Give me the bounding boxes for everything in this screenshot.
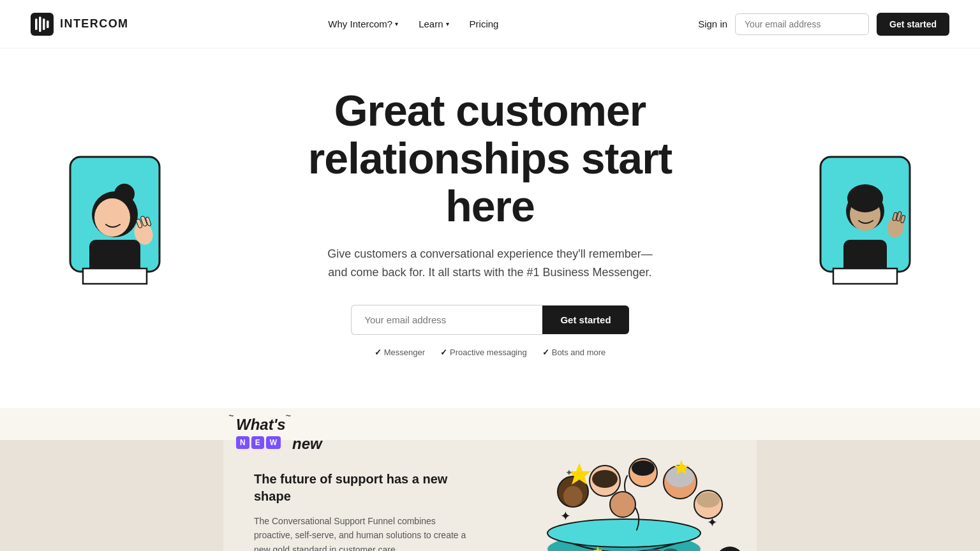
whats-new-title: The future of support has a new shape [254, 471, 471, 505]
hero-feature-messenger: ✓ Messenger [375, 348, 425, 357]
logo-text: INTERCOM [60, 17, 129, 31]
new-badge-n: N [236, 436, 249, 449]
nav-get-started-button[interactable]: Get started [877, 13, 949, 36]
nav-actions: Sign in Get started [698, 13, 949, 36]
new-badge-e: E [251, 436, 264, 449]
signin-link[interactable]: Sign in [698, 18, 727, 29]
hero-subtitle: Give customers a conversational experien… [324, 245, 656, 282]
check-icon: ✓ [375, 348, 382, 357]
nav-pricing[interactable]: Pricing [470, 18, 499, 29]
whats-new-card-container: The future of support has a new shape Th… [0, 440, 980, 551]
svg-rect-14 [83, 268, 147, 284]
check-icon: ✓ [440, 348, 447, 357]
hero-section: Great customer relationships start here … [0, 48, 980, 408]
whats-new-desc: The Conversational Support Funnel combin… [254, 514, 471, 551]
whats-new-visual: ★ ▲ ▲ [491, 440, 757, 551]
chevron-down-icon: ▾ [446, 20, 449, 27]
svg-point-41 [697, 492, 720, 508]
svg-point-42 [610, 492, 635, 517]
hero-email-input[interactable] [351, 305, 542, 335]
squiggle-icon: ~ [228, 411, 234, 421]
hero-form: Get started [351, 305, 628, 335]
nav-learn[interactable]: Learn ▾ [419, 18, 449, 29]
hero-features: ✓ Messenger ✓ Proactive messaging ✓ Bots… [375, 348, 606, 357]
nav-links: Why Intercom? ▾ Learn ▾ Pricing [328, 18, 498, 29]
svg-rect-4 [47, 20, 49, 28]
logo-icon [31, 13, 54, 36]
whats-new-card: The future of support has a new shape Th… [223, 440, 757, 551]
svg-text:✦: ✦ [707, 515, 718, 529]
hero-title: Great customer relationships start here [260, 87, 720, 230]
svg-text:▲: ▲ [614, 549, 623, 551]
nav-why-intercom[interactable]: Why Intercom? ▾ [328, 18, 398, 29]
svg-text:✦: ✦ [560, 509, 571, 523]
svg-rect-2 [39, 17, 41, 32]
side-panel-right [757, 440, 980, 551]
whats-new-content: The future of support has a new shape Th… [223, 440, 491, 551]
hero-get-started-button[interactable]: Get started [542, 305, 628, 334]
hero-illustration-left [51, 151, 179, 306]
svg-point-37 [632, 460, 655, 476]
svg-point-33 [563, 486, 583, 506]
hero-feature-bots: ✓ Bots and more [542, 348, 606, 357]
svg-rect-0 [31, 13, 54, 36]
hero-feature-proactive: ✓ Proactive messaging [440, 348, 527, 357]
whats-new-text2: new [292, 435, 322, 453]
whats-new-section: What's ~ ~ N E W new The future of suppo… [0, 408, 980, 551]
chevron-down-icon: ▾ [395, 20, 398, 27]
navbar: INTERCOM Why Intercom? ▾ Learn ▾ Pricing… [0, 0, 980, 48]
side-panel-left [0, 440, 223, 551]
nav-email-input[interactable] [735, 13, 869, 35]
whats-new-label: What's ~ ~ N E W new [236, 416, 322, 453]
hero-illustration-right [814, 151, 929, 306]
funnel-illustration: ★ ▲ ▲ [516, 450, 732, 551]
new-badge-w: W [266, 436, 281, 449]
svg-point-18 [847, 184, 883, 212]
svg-text:✦: ✦ [565, 467, 573, 478]
squiggle-icon: ~ [286, 411, 291, 421]
svg-text:▲: ▲ [630, 549, 639, 551]
check-icon: ✓ [542, 348, 549, 357]
whats-new-text: What's [236, 416, 286, 433]
svg-rect-3 [43, 18, 45, 30]
svg-text:★: ★ [592, 544, 604, 551]
svg-rect-1 [35, 18, 38, 30]
svg-rect-24 [833, 268, 897, 284]
logo[interactable]: INTERCOM [31, 13, 129, 36]
svg-point-26 [547, 519, 701, 547]
svg-point-35 [592, 470, 618, 488]
svg-point-8 [94, 198, 130, 237]
